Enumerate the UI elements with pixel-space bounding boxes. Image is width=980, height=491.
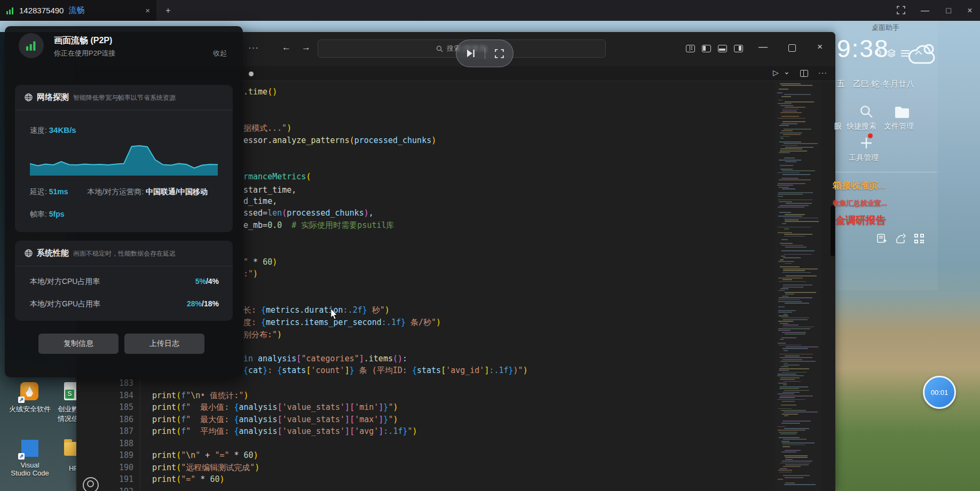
panel-avatar: [19, 33, 44, 58]
gpu-usage-label: 本地/对方GPU占用率: [30, 299, 100, 309]
panel-title: 画面流畅 (P2P): [54, 35, 112, 46]
quick-search-icon[interactable]: [859, 105, 873, 118]
latency-value: 51ms: [49, 187, 68, 196]
line-number: 190: [103, 462, 133, 474]
line-number: 191: [103, 473, 133, 486]
tool-file-manager-label[interactable]: 文件管理: [884, 122, 914, 131]
notice-link-1[interactable]: 箱接收淮滨...: [833, 179, 886, 192]
nav-forward-icon[interactable]: →: [302, 42, 311, 53]
menu-ellipsis-icon[interactable]: ···: [248, 43, 259, 53]
code-line: " * 60): [243, 256, 277, 268]
fps-label: 帧率:: [30, 210, 49, 218]
code-line: essor.analyze_patterns(processed_chunks): [243, 134, 436, 146]
code-line: 192: [76, 486, 797, 491]
speed-value: 34KB/s: [49, 125, 76, 134]
system-section-title: 系统性能: [37, 248, 69, 258]
assistant-title: 桌面助手: [872, 23, 899, 33]
editor-more-actions-icon[interactable]: ···: [818, 68, 827, 77]
gpu-remote-value: /18%: [202, 299, 219, 308]
collapse-link[interactable]: 收起: [213, 49, 227, 58]
cpu-remote-value: /4%: [206, 277, 219, 286]
system-section-desc: 画面不稳定时，性能数据会存在延迟: [73, 249, 176, 258]
line-number: 188: [103, 438, 133, 450]
system-card: 系统性能 画面不稳定时，性能数据会存在延迟 本地/对方CPU占用率 5%/4% …: [15, 241, 233, 321]
window-close-button[interactable]: ×: [961, 0, 979, 21]
customize-layout-icon[interactable]: [686, 45, 695, 52]
gpu-local-value: 28%: [187, 299, 202, 308]
desktop-icon-huorong[interactable]: ↗ 火绒安全软件: [5, 382, 54, 414]
vscode-minimize-icon[interactable]: —: [758, 42, 768, 52]
accounts-icon[interactable]: [83, 477, 99, 491]
signal-bars-icon: [26, 41, 37, 51]
toggle-sidebar-icon[interactable]: [702, 45, 711, 52]
share-icon[interactable]: [896, 233, 906, 244]
fullscreen-brackets-icon[interactable]: [495, 49, 504, 58]
notice-link-3[interactable]: 金调研报告: [835, 213, 886, 227]
widget-divider: [835, 172, 937, 172]
session-timer-badge[interactable]: 00:01: [923, 376, 956, 409]
divider: [15, 266, 233, 266]
scrollbar-handle[interactable]: [831, 205, 835, 256]
session-id: 1428375490: [19, 6, 64, 15]
tool-manage-plus-icon[interactable]: [859, 136, 873, 150]
code-line: d_time,: [243, 195, 277, 207]
window-minimize-button[interactable]: —: [916, 0, 934, 21]
tool-manage-label[interactable]: 工具管理: [849, 153, 879, 163]
code-line: 190print("远程编辑测试完成"): [76, 462, 797, 474]
cpu-usage-label: 本地/对方CPU占用率: [30, 277, 100, 287]
code-line: 据模式..."): [243, 122, 291, 134]
clipped-tool-label[interactable]: 眼: [834, 122, 842, 131]
split-editor-icon[interactable]: [800, 70, 808, 77]
line-number: 183: [103, 377, 133, 390]
network-section-title: 网络探测: [37, 92, 69, 102]
toggle-secondary-sidebar-icon[interactable]: [734, 45, 743, 52]
code-line: 188: [76, 438, 797, 450]
tab-close-icon[interactable]: ×: [145, 6, 150, 15]
weather-cloud-icon[interactable]: [907, 43, 937, 65]
cpu-local-value: 5%: [195, 277, 206, 286]
vscode-maximize-icon[interactable]: [788, 44, 796, 52]
code-numbered-lines: 183184print(f"\n• 值统计:")185print(f" 最小值:…: [76, 377, 797, 491]
line-number: 192: [103, 486, 133, 491]
notification-dot: [868, 133, 873, 138]
code-line: :"): [243, 268, 258, 280]
code-line: in analysis["categories"].items():: [243, 353, 407, 365]
tool-quick-search-label[interactable]: 快捷搜索: [847, 122, 876, 131]
nav-back-icon[interactable]: ←: [282, 42, 291, 53]
line-number: 187: [103, 425, 133, 438]
window-maximize-button[interactable]: □: [939, 0, 958, 21]
new-tab-button[interactable]: +: [159, 0, 177, 21]
code-line: .time(): [243, 86, 277, 98]
note-add-icon[interactable]: [876, 233, 887, 244]
connection-stats-panel: 画面流畅 (P2P) 你正在使用P2P连接 收起 网络探测 智能降低带宽与帧率以…: [5, 26, 243, 377]
copy-info-button[interactable]: 复制信息: [38, 334, 118, 354]
editor-scrollbar[interactable]: [821, 81, 835, 491]
carrier-label: 本地/对方运营商:: [87, 187, 146, 196]
session-tab[interactable]: 1428375490 流畅 ×: [0, 0, 156, 21]
run-chevron-icon[interactable]: ⌄: [784, 67, 790, 76]
lunar-date: 五 乙巳·蛇·冬月廿八: [837, 79, 914, 89]
code-line: 长: {metrics.duration:.2f} 秒"): [243, 304, 390, 316]
run-button[interactable]: ▷: [773, 68, 779, 77]
desktop-icon-vscode[interactable]: ↗ Visual Studio Code: [5, 439, 54, 477]
notice-link-2[interactable]: 收集汇总就业宣...: [833, 199, 887, 208]
network-card: 网络探测 智能降低带宽与帧率以节省系统资源 速度: 34KB/s 延迟: 51m…: [15, 85, 233, 232]
step-forward-icon[interactable]: [466, 49, 476, 58]
fullscreen-icon[interactable]: [897, 6, 905, 14]
modified-file-dot[interactable]: [249, 72, 254, 76]
qr-code-icon[interactable]: [914, 233, 924, 244]
upload-log-button[interactable]: 上传日志: [124, 334, 204, 354]
toggle-panel-icon[interactable]: [718, 45, 727, 52]
file-manager-icon[interactable]: [895, 106, 910, 118]
minimap[interactable]: [775, 81, 821, 491]
speed-label: 速度:: [30, 126, 49, 134]
globe-icon: [25, 93, 33, 101]
signal-bars-icon: [6, 7, 14, 14]
code-line: e_mb=0.0 # 实际使用时需要psutil库: [243, 219, 394, 231]
code-line: 189print("\n" + "=" * 60): [76, 449, 797, 462]
network-section-desc: 智能降低带宽与帧率以节省系统资源: [73, 93, 176, 102]
code-line: start_time,: [243, 184, 296, 196]
remote-toolbar-pill[interactable]: [456, 39, 513, 67]
mouse-cursor: [330, 308, 338, 320]
vscode-close-icon[interactable]: ×: [817, 42, 823, 52]
